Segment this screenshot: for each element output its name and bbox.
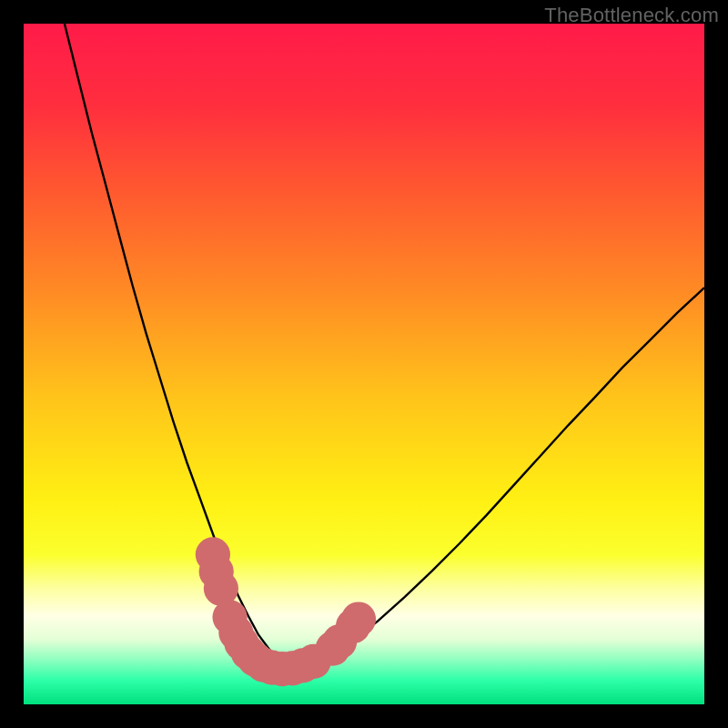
data-marker <box>341 602 376 636</box>
watermark-text: TheBottleneck.com <box>544 4 719 27</box>
plot-area <box>24 24 704 704</box>
gradient-background <box>24 24 704 704</box>
chart-frame: TheBottleneck.com <box>0 0 728 728</box>
bottleneck-chart <box>24 24 704 704</box>
